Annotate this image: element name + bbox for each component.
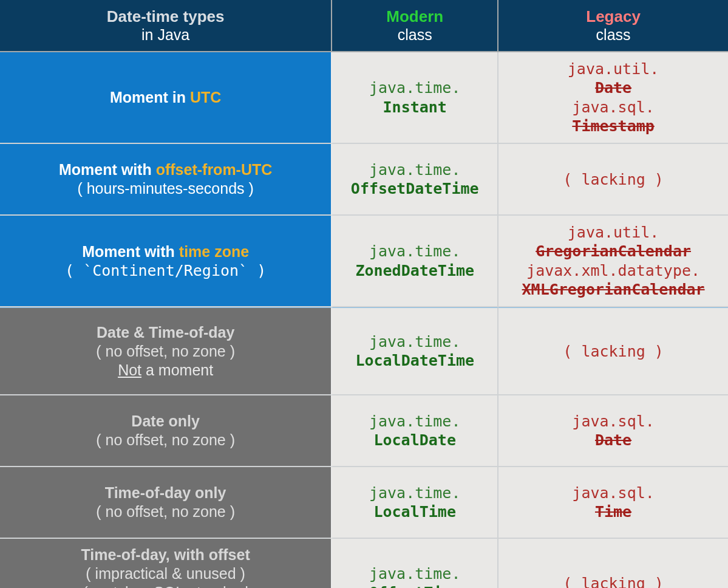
row-title-accent: UTC xyxy=(190,89,221,106)
header-col-description: Date-time types in Java xyxy=(0,0,332,52)
modern-cell: java.time. Instant xyxy=(332,52,498,144)
legacy-package: java.util. xyxy=(568,224,659,241)
modern-cell: java.time. LocalTime xyxy=(332,467,498,539)
modern-class: LocalDateTime xyxy=(355,352,474,369)
legacy-cell: ( lacking ) xyxy=(498,539,728,588)
modern-cell: java.time. LocalDate xyxy=(332,395,498,467)
modern-class: ZonedDateTime xyxy=(355,262,474,279)
modern-package: java.time. xyxy=(369,333,461,350)
row-title-pre: Time-of-day, with offset xyxy=(81,546,250,563)
legacy-class: Timestamp xyxy=(572,117,654,135)
modern-class: OffsetTime xyxy=(369,584,461,588)
row-label-offsettime: Time-of-day, with offset ( impractical &… xyxy=(0,539,332,588)
table-row: Date & Time-of-day ( no offset, no zone … xyxy=(0,307,728,395)
header-col-legacy: Legacy class xyxy=(498,0,728,52)
legacy-class: Date xyxy=(595,79,631,97)
row-paren: ( hours-minutes-seconds ) xyxy=(6,180,325,197)
header-title-line1: Date-time types xyxy=(107,7,225,26)
legacy-lacking: ( lacking ) xyxy=(563,575,664,589)
row-label-timezone: Moment with time zone ( `Continent/Regio… xyxy=(0,216,332,307)
modern-cell: java.time. OffsetDateTime xyxy=(332,144,498,216)
table-row: Time-of-day, with offset ( impractical &… xyxy=(0,539,728,588)
table-row: Moment in UTC java.time. Instant java.ut… xyxy=(0,52,728,144)
row-paren: ( `Continent/Region` ) xyxy=(6,262,325,279)
legacy-cell: java.util. GregorianCalendar javax.xml.d… xyxy=(498,216,728,307)
row-label-offset: Moment with offset-from-UTC ( hours-minu… xyxy=(0,144,332,216)
legacy-cell: java.sql. Time xyxy=(498,467,728,539)
legacy-class: Date xyxy=(595,431,631,449)
row-label-localdate: Date only ( no offset, no zone ) xyxy=(0,395,332,467)
row-title-pre: Time-of-day only xyxy=(105,484,226,501)
table-row: Moment with time zone ( `Continent/Regio… xyxy=(0,216,728,307)
row-label-utc: Moment in UTC xyxy=(0,52,332,144)
legacy-cell: ( lacking ) xyxy=(498,307,728,395)
modern-class: LocalTime xyxy=(373,503,455,521)
modern-class: LocalDate xyxy=(373,431,455,449)
modern-package: java.time. xyxy=(369,79,461,97)
row-title-accent: time zone xyxy=(179,243,249,260)
row-title-pre: Moment in xyxy=(110,89,190,106)
header-title-line2: in Java xyxy=(6,26,325,44)
table-row: Moment with offset-from-UTC ( hours-minu… xyxy=(0,144,728,216)
modern-package: java.time. xyxy=(369,242,461,260)
header-legacy-sub: class xyxy=(505,26,722,44)
row-paren: ( no offset, no zone ) xyxy=(6,343,325,360)
header-legacy-label: Legacy xyxy=(586,7,641,26)
modern-cell: java.time. LocalDateTime xyxy=(332,307,498,395)
modern-package: java.time. xyxy=(369,484,461,502)
legacy-package: java.sql. xyxy=(572,484,654,502)
row-title-pre: Date & Time-of-day xyxy=(97,324,234,341)
legacy-package: javax.xml.datatype. xyxy=(526,262,700,279)
row-title-accent: offset-from-UTC xyxy=(156,161,273,178)
row-label-localdatetime: Date & Time-of-day ( no offset, no zone … xyxy=(0,307,332,395)
legacy-package: java.sql. xyxy=(572,98,654,116)
legacy-class: Time xyxy=(595,503,631,521)
modern-package: java.time. xyxy=(369,412,461,430)
row-note-ul: Not xyxy=(118,361,141,378)
legacy-package: java.util. xyxy=(568,60,659,78)
legacy-cell: java.util. Date java.sql. Timestamp xyxy=(498,52,728,144)
row-paren: ( impractical & unused ) xyxy=(6,565,325,583)
header-modern-sub: class xyxy=(338,26,491,44)
modern-package: java.time. xyxy=(369,161,461,179)
row-note-post: a moment xyxy=(141,361,213,378)
datetime-types-table: Date-time types in Java Modern class Leg… xyxy=(0,0,728,588)
legacy-class: GregorianCalendar xyxy=(536,242,691,260)
row-note2: ( matches SQL-standard xyxy=(6,584,325,588)
modern-cell: java.time. ZonedDateTime xyxy=(332,216,498,307)
modern-class: OffsetDateTime xyxy=(351,180,479,197)
row-title-pre: Date only xyxy=(131,412,200,429)
row-paren: ( no offset, no zone ) xyxy=(6,431,325,449)
modern-class: Instant xyxy=(383,98,447,116)
row-label-localtime: Time-of-day only ( no offset, no zone ) xyxy=(0,467,332,539)
header-col-modern: Modern class xyxy=(332,0,498,52)
modern-package: java.time. xyxy=(369,565,461,583)
legacy-lacking: ( lacking ) xyxy=(563,343,664,360)
legacy-cell: java.sql. Date xyxy=(498,395,728,467)
table-header-row: Date-time types in Java Modern class Leg… xyxy=(0,0,728,52)
header-modern-label: Modern xyxy=(386,7,443,26)
row-paren: ( no offset, no zone ) xyxy=(6,503,325,521)
table-row: Date only ( no offset, no zone ) java.ti… xyxy=(0,395,728,467)
legacy-cell: ( lacking ) xyxy=(498,144,728,216)
modern-cell: java.time. OffsetTime xyxy=(332,539,498,588)
table-row: Time-of-day only ( no offset, no zone ) … xyxy=(0,467,728,539)
row-title-pre: Moment with xyxy=(82,243,179,260)
legacy-lacking: ( lacking ) xyxy=(563,171,664,188)
legacy-package: java.sql. xyxy=(572,412,654,430)
row-title-pre: Moment with xyxy=(59,161,156,178)
legacy-class: XMLGregorianCalendar xyxy=(522,281,705,298)
